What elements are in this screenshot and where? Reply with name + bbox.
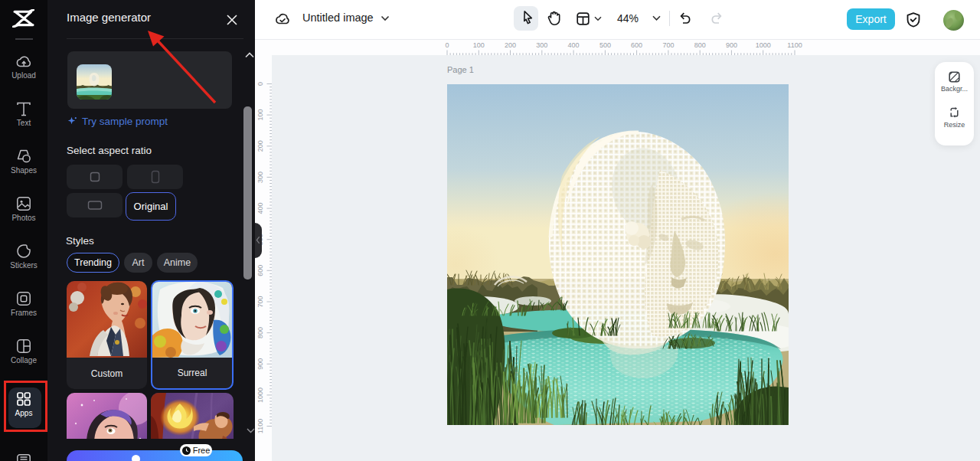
svg-text:100: 100 [256,110,264,121]
svg-text:1100: 1100 [256,419,264,433]
svg-text:600: 600 [631,41,642,49]
svg-text:700: 700 [256,296,264,307]
svg-text:1000: 1000 [756,41,771,49]
svg-text:600: 600 [256,265,264,276]
svg-text:900: 900 [256,358,264,370]
svg-text:400: 400 [568,41,580,49]
svg-text:800: 800 [694,41,706,49]
svg-text:700: 700 [662,41,674,49]
svg-text:300: 300 [536,41,547,49]
svg-text:0: 0 [256,82,264,86]
svg-text:200: 200 [505,41,516,49]
svg-text:0: 0 [445,41,449,49]
svg-text:500: 500 [599,41,611,49]
svg-text:100: 100 [473,41,485,49]
svg-text:1000: 1000 [256,387,264,403]
svg-text:400: 400 [256,203,264,214]
svg-text:300: 300 [256,172,264,183]
svg-text:200: 200 [256,140,264,152]
svg-text:900: 900 [726,41,737,49]
svg-text:800: 800 [256,327,264,338]
svg-text:1100: 1100 [787,41,802,49]
